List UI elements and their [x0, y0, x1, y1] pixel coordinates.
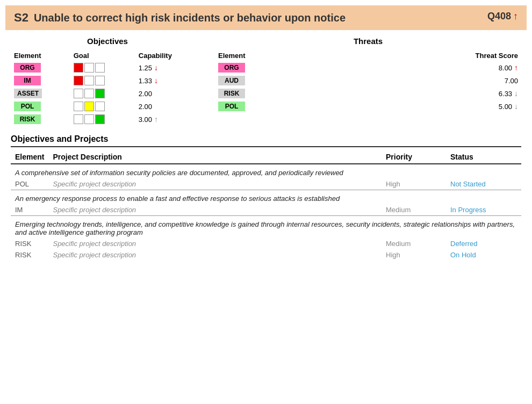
objectives-section: Objectives Element Goal Capability ORG1.…	[11, 37, 204, 126]
proj-element: RISK	[11, 249, 48, 261]
threat-element-cell: ORG	[215, 61, 340, 74]
threats-section: Threats Element Threat Score ORG8.00 ↑AU…	[215, 37, 521, 126]
goal-box	[74, 114, 83, 124]
obj-element-label: ASSET	[14, 89, 42, 98]
threat-element-label: ORG	[218, 63, 245, 73]
proj-col-priority: Priority	[382, 150, 446, 164]
threat-arrow-icon: ↑	[512, 63, 518, 72]
obj-element-cell: ORG	[11, 61, 70, 74]
threat-arrow-icon: ↓	[512, 102, 518, 111]
proj-status: In Progress	[446, 204, 521, 216]
proj-group-description: An emergency response process to enable …	[11, 190, 521, 205]
obj-goal-cell	[70, 113, 135, 126]
goal-box	[74, 76, 83, 85]
proj-description: Specific project description	[48, 178, 382, 190]
table-row: RISKSpecific project descriptionHighOn H…	[11, 249, 521, 261]
goal-box	[84, 102, 94, 111]
proj-group-description: Emerging technology trends, intelligence…	[11, 216, 521, 239]
goal-box	[95, 89, 105, 98]
threat-element-cell: RISK	[215, 87, 340, 100]
obj-col-element: Element	[11, 50, 70, 61]
obj-col-capability: Capability	[135, 50, 204, 61]
header-left: S2 Unable to correct high risk incidents…	[14, 11, 346, 25]
proj-priority: Medium	[382, 238, 446, 249]
header: S2 Unable to correct high risk incidents…	[5, 5, 527, 30]
obj-capability-cell: 2.00	[135, 87, 204, 100]
header-q-code: Q408 ↑	[487, 11, 518, 22]
obj-goal-cell	[70, 74, 135, 87]
proj-col-status: Status	[446, 150, 521, 164]
proj-priority: High	[382, 178, 446, 190]
obj-element-label: ORG	[14, 63, 41, 73]
goal-box	[95, 114, 105, 124]
threat-row: AUD7.00	[215, 74, 521, 87]
proj-description: Specific project description	[48, 204, 382, 216]
obj-element-label: RISK	[14, 114, 41, 124]
threat-element-cell: AUD	[215, 74, 340, 87]
goal-box	[84, 63, 94, 73]
obj-goal-cell	[70, 100, 135, 113]
goal-box	[84, 89, 94, 98]
goal-box	[74, 89, 83, 98]
proj-description: Specific project description	[48, 249, 382, 261]
goal-box	[84, 76, 94, 85]
obj-element-cell: IM	[11, 74, 70, 87]
goal-box	[95, 102, 105, 111]
threat-element-label: POL	[218, 102, 245, 111]
goal-box	[74, 102, 83, 111]
proj-col-desc: Project Description	[48, 150, 382, 164]
threat-row: RISK6.33 ↓	[215, 87, 521, 100]
obj-element-cell: POL	[11, 100, 70, 113]
threat-col-score: Threat Score	[340, 50, 521, 61]
threat-element-label: RISK	[218, 89, 245, 98]
table-row: RISKSpecific project descriptionMediumDe…	[11, 238, 521, 249]
obj-element-label: IM	[14, 76, 41, 85]
threat-element-label: AUD	[218, 76, 245, 85]
proj-status: On Hold	[446, 249, 521, 261]
goal-box	[74, 63, 83, 73]
obj-element-label: POL	[14, 102, 41, 111]
obj-element-cell: ASSET	[11, 87, 70, 100]
obj-row: POL2.00	[11, 100, 204, 113]
threat-col-element: Element	[215, 50, 340, 61]
proj-element: POL	[11, 178, 48, 190]
proj-group-header: Emerging technology trends, intelligence…	[11, 216, 521, 239]
obj-capability-cell: 1.25 ↓	[135, 61, 204, 74]
capability-arrow-icon: ↓	[152, 76, 158, 85]
obj-goal-cell	[70, 61, 135, 74]
obj-capability-cell: 3.00 ↑	[135, 113, 204, 126]
threat-score-cell: 8.00 ↑	[340, 61, 521, 74]
header-arrow-icon: ↑	[513, 11, 518, 22]
proj-priority: High	[382, 249, 446, 261]
proj-description: Specific project description	[48, 238, 382, 249]
threat-row: ORG8.00 ↑	[215, 61, 521, 74]
proj-status: Not Started	[446, 178, 521, 190]
proj-element: IM	[11, 204, 48, 216]
objectives-title: Objectives	[11, 37, 204, 46]
goal-box	[84, 114, 94, 124]
projects-section: Objectives and Projects Element Project …	[5, 134, 527, 261]
proj-status: Deferred	[446, 238, 521, 249]
header-title: Unable to correct high risk incidents or…	[34, 11, 346, 25]
goal-box	[95, 63, 105, 73]
obj-element-cell: RISK	[11, 113, 70, 126]
obj-capability-cell: 1.33 ↓	[135, 74, 204, 87]
proj-element: RISK	[11, 238, 48, 249]
obj-row: ASSET2.00	[11, 87, 204, 100]
obj-row: IM1.33 ↓	[11, 74, 204, 87]
capability-arrow-icon: ↓	[152, 63, 158, 72]
obj-row: RISK3.00 ↑	[11, 113, 204, 126]
proj-group-header: An emergency response process to enable …	[11, 190, 521, 205]
proj-group-header: A comprehensive set of information secur…	[11, 164, 521, 178]
projects-title: Objectives and Projects	[11, 134, 521, 147]
threats-table: Element Threat Score ORG8.00 ↑AUD7.00RIS…	[215, 50, 521, 113]
threat-score-cell: 6.33 ↓	[340, 87, 521, 100]
obj-goal-cell	[70, 87, 135, 100]
threat-element-cell: POL	[215, 100, 340, 113]
threat-arrow-icon: ↓	[512, 89, 518, 98]
capability-arrow-icon: ↑	[152, 115, 158, 124]
obj-col-goal: Goal	[70, 50, 135, 61]
table-row: POLSpecific project descriptionHighNot S…	[11, 178, 521, 190]
goal-box	[95, 76, 105, 85]
proj-col-element: Element	[11, 150, 48, 164]
